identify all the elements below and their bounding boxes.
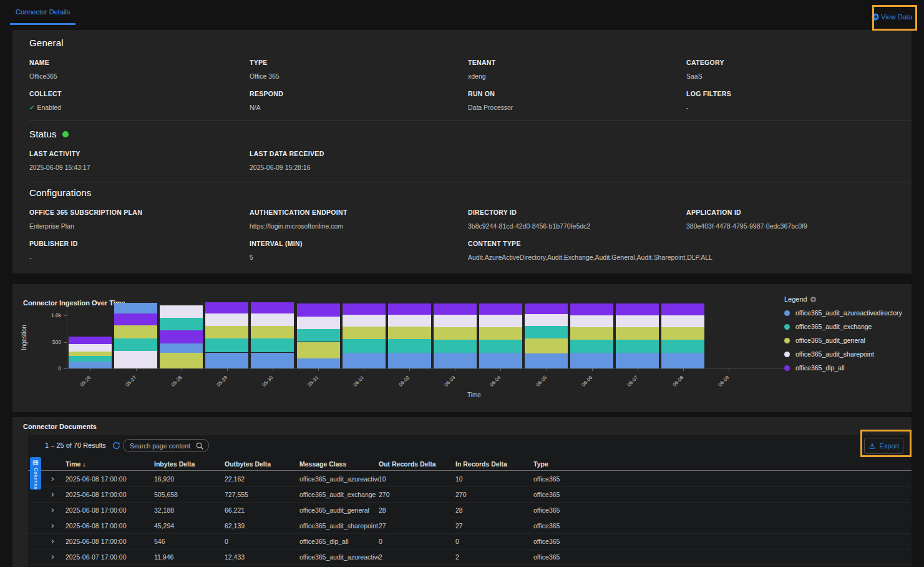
y-axis-line (67, 300, 67, 368)
columns-button[interactable]: Columns (30, 457, 41, 490)
expand-chevron-icon[interactable]: › (51, 538, 54, 544)
field-value: - (29, 254, 250, 261)
cell-in-records-delta: 27 (455, 522, 533, 530)
bar-segment-office365_audit_general (525, 338, 568, 354)
cell-inbytes-delta: 16,920 (154, 475, 225, 483)
field-value: Enterprise Plan (29, 222, 250, 230)
cell-in-records-delta: 0 (455, 538, 533, 545)
cell-type: office365 (533, 538, 912, 545)
bar-segment-office365_dlp_all (525, 303, 568, 314)
expand-chevron-icon[interactable]: › (51, 491, 54, 497)
bar-segment-office365_audit_exchange (388, 339, 431, 353)
y-tick-mark (64, 315, 67, 316)
cell-time: 2025-06-08 17:00:00 (66, 538, 154, 545)
field-content-type: CONTENT TYPEAudit.AzureActiveDirectory,A… (468, 240, 905, 261)
column-header-out-records-delta[interactable]: Out Records Delta (379, 460, 455, 468)
column-header-message-class[interactable]: Message Class (299, 460, 379, 468)
legend-info-icon[interactable] (810, 296, 817, 303)
cell-type: office365 (533, 475, 912, 483)
field-value: Office 365 (250, 72, 468, 80)
bar-segment-office365_audit_sharepoint (114, 351, 157, 368)
tab-connector-details[interactable]: Connector Details (10, 8, 75, 25)
expand-chevron-icon[interactable]: › (51, 522, 54, 528)
sort-desc-icon: ↓ (82, 460, 85, 468)
bar-segment-office365_audit_exchange (525, 326, 568, 338)
search-icon[interactable] (195, 441, 204, 453)
column-header-inbytes-delta[interactable]: Inbytes Delta (154, 460, 225, 468)
cell-in-records-delta: 28 (455, 506, 533, 514)
y-tick-mark (64, 342, 67, 343)
table-row: ›2025-06-08 17:00:005460office365_dlp_al… (28, 534, 912, 550)
view-data-link[interactable]: View Data (872, 13, 912, 21)
export-button[interactable]: Export (864, 438, 903, 454)
field-label: TENANT (468, 59, 686, 66)
legend-item-office365_audit_exchange[interactable]: office365_audit_exchange (784, 323, 902, 330)
x-tick-label: 06-09 (709, 375, 731, 397)
bar-segment-office365_audit_sharepoint (160, 305, 203, 318)
bar-segment-office365_audit_exchange (434, 340, 477, 353)
legend-item-office365_audit_general[interactable]: office365_audit_general (784, 337, 902, 344)
field-authentication-endpoint: AUTHENTICATION ENDPOINThttps://login.mic… (250, 209, 468, 230)
bar-segment-office365_audit_azureactivedirectory (114, 303, 157, 313)
cell-time: 2025-06-08 17:00:00 (66, 491, 154, 498)
status-ok-dot (62, 131, 69, 137)
field-value: 3b8c9244-81cd-42d0-8456-b1b770fe5dc2 (468, 222, 686, 230)
cell-time: 2025-06-08 17:00:00 (66, 522, 154, 530)
x-tick-mark (364, 368, 364, 371)
bar-segment-office365_dlp_all (434, 303, 477, 315)
column-header-outbytes-delta[interactable]: Outbytes Delta (225, 460, 299, 468)
bar-segment-office365_audit_sharepoint (525, 314, 568, 326)
cell-outbytes-delta: 0 (225, 538, 299, 545)
x-tick-mark (455, 368, 455, 371)
x-tick-label: 06-08 (663, 375, 685, 397)
cell-message-class: office365_audit_azureactivedirectory (299, 475, 379, 483)
status-title-text: Status (29, 129, 57, 139)
expand-chevron-icon[interactable]: › (51, 506, 54, 513)
field-label: LAST ACTIVITY (29, 150, 250, 157)
bar-segment-office365_audit_exchange (205, 338, 248, 352)
field-label: AUTHENTICATION ENDPOINT (250, 209, 468, 216)
field-last-data-received: LAST DATA RECEIVED2025-06-09 15:28:16 (250, 150, 468, 171)
field-value: SaaS (686, 72, 905, 80)
bar-segment-office365_dlp_all (69, 337, 112, 344)
legend-item-office365_dlp_all[interactable]: office365_dlp_all (784, 364, 902, 372)
row-expander-cell: › (28, 538, 66, 545)
y-axis-label: Ingestion (21, 313, 27, 363)
field-label: OFFICE 365 SUBSCRIPTION PLAN (29, 209, 250, 216)
bar-segment-office365_audit_exchange (69, 356, 112, 362)
expand-chevron-icon[interactable]: › (51, 553, 54, 560)
column-header-in-records-delta[interactable]: In Records Delta (455, 460, 533, 468)
expand-chevron-icon[interactable]: › (51, 475, 54, 481)
field-value: 2025-06-09 15:43:17 (29, 164, 250, 171)
view-data-icon (872, 13, 879, 21)
cell-message-class: office365_audit_exchange (299, 491, 379, 498)
refresh-icon[interactable] (112, 441, 120, 452)
column-header-time[interactable]: Time↓ (66, 460, 154, 468)
legend-series-name: office365_audit_sharepoint (795, 350, 874, 358)
x-tick-label: 05-31 (298, 375, 320, 397)
field-value: 380e403f-4478-4795-9987-0edc367bc0f9 (686, 222, 905, 230)
legend-item-office365_audit_azureactivedirectory[interactable]: office365_audit_azureactivedirectory (784, 309, 902, 317)
legend-series-name: office365_audit_exchange (795, 323, 872, 330)
x-tick-mark (318, 368, 319, 371)
bar-segment-office365_audit_sharepoint (434, 315, 477, 327)
documents-table-container: 1 – 25 of 70 Results (28, 435, 912, 567)
cell-in-records-delta: 2 (455, 553, 533, 561)
field-label: NAME (29, 59, 250, 66)
columns-button-label: Columns (33, 468, 39, 490)
bar-segment-office365_audit_general (661, 327, 704, 340)
bar-segment-office365_audit_exchange (343, 339, 386, 353)
x-tick-label: 05-28 (161, 375, 183, 397)
field-directory-id: DIRECTORY ID3b8c9244-81cd-42d0-8456-b1b7… (468, 209, 686, 230)
status-fields: LAST ACTIVITY2025-06-09 15:43:17LAST DAT… (29, 150, 905, 171)
cell-message-class: office365_audit_general (299, 506, 379, 514)
section-title-general: General (29, 37, 64, 48)
column-header-type[interactable]: Type (533, 460, 912, 468)
x-tick-mark (409, 368, 410, 371)
x-tick-label: 05-29 (207, 375, 229, 397)
legend-item-office365_audit_sharepoint[interactable]: office365_audit_sharepoint (784, 350, 902, 358)
cell-outbytes-delta: 66,221 (225, 506, 299, 514)
bar-segment-office365_audit_sharepoint (343, 315, 386, 327)
cell-type: office365 (533, 491, 912, 498)
x-tick-label: 05-26 (70, 375, 92, 397)
